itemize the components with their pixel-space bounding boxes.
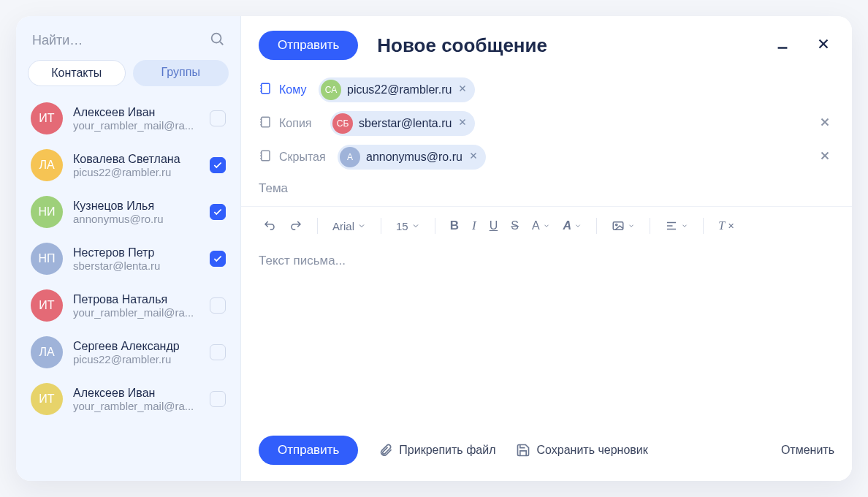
send-button-bottom[interactable]: Отправить — [259, 436, 358, 465]
contact-checkbox[interactable] — [210, 251, 226, 267]
search-input[interactable] — [32, 33, 202, 48]
contact-name: Алексеев Иван — [73, 387, 199, 400]
underline-icon[interactable]: U — [485, 216, 503, 235]
contact-avatar: ЛА — [31, 149, 63, 181]
bcc-chip-avatar: А — [340, 147, 360, 167]
contact-email: your_rambler_mail@ra... — [73, 400, 199, 412]
svg-point-28 — [616, 224, 617, 225]
undo-icon[interactable] — [259, 216, 281, 235]
contacts-sidebar: Контакты Группы ИТ Алексеев Иван your_ra… — [16, 16, 241, 481]
contact-avatar: ИТ — [31, 102, 63, 134]
contact-email: picus22@rambler.ru — [73, 353, 199, 365]
bcc-chip[interactable]: А annonymus@ro.ru — [338, 145, 486, 170]
svg-point-0 — [212, 34, 221, 43]
contact-checkbox[interactable] — [210, 297, 226, 314]
message-body[interactable]: Текст письма... — [241, 245, 852, 422]
italic-icon[interactable]: I — [468, 216, 481, 236]
minimize-icon[interactable] — [772, 33, 793, 58]
contact-row[interactable]: НИ Кузнецов Илья annonymus@ro.ru — [16, 189, 240, 235]
contact-name: Сергеев Александр — [73, 340, 199, 353]
cc-row: Копия СБ sberstar@lenta.ru — [241, 107, 852, 140]
contact-checkbox[interactable] — [210, 344, 226, 360]
svg-rect-19 — [262, 151, 270, 161]
svg-rect-5 — [262, 83, 270, 94]
contact-text: Кузнецов Илья annonymus@ro.ru — [73, 200, 199, 225]
sidebar-tabs: Контакты Группы — [16, 60, 240, 95]
attach-file-button[interactable]: Прикрепить файл — [378, 443, 495, 458]
bcc-row-remove-icon[interactable] — [818, 149, 834, 165]
insert-image-icon[interactable] — [607, 216, 639, 235]
text-color-icon[interactable]: A — [528, 216, 555, 235]
contact-name: Алексеев Иван — [73, 106, 199, 119]
address-book-icon[interactable] — [259, 115, 272, 132]
send-button-top[interactable]: Отправить — [259, 31, 358, 60]
to-chip-email: picus22@rambler.ru — [347, 83, 452, 96]
contact-email: your_rambler_mail@ra... — [73, 306, 199, 319]
svg-rect-11 — [262, 117, 270, 127]
contact-avatar: НИ — [31, 196, 63, 228]
compose-title: Новое сообщение — [377, 34, 753, 57]
search-row — [16, 16, 240, 60]
bcc-chip-email: annonymus@ro.ru — [366, 151, 462, 164]
address-book-icon[interactable] — [259, 149, 272, 165]
format-toolbar: Arial 15 B I U S A A — [241, 207, 852, 245]
to-chip-avatar: СА — [321, 80, 341, 100]
contact-checkbox[interactable] — [210, 204, 226, 220]
cc-label: Копия — [279, 117, 323, 130]
contact-checkbox[interactable] — [210, 110, 226, 126]
highlight-color-icon[interactable]: A — [559, 216, 587, 235]
contact-avatar: ИТ — [31, 289, 63, 322]
contact-list: ИТ Алексеев Иван your_rambler_mail@ra...… — [16, 95, 240, 481]
font-size-select[interactable]: 15 — [392, 217, 425, 235]
contact-row[interactable]: ИТ Алексеев Иван your_rambler_mail@ra... — [16, 95, 240, 142]
contact-text: Алексеев Иван your_rambler_mail@ra... — [73, 106, 199, 132]
cancel-button[interactable]: Отменить — [781, 444, 834, 457]
contact-name: Кузнецов Илья — [73, 200, 199, 213]
bold-icon[interactable]: B — [446, 216, 463, 236]
compose-window: Контакты Группы ИТ Алексеев Иван your_ra… — [16, 16, 852, 481]
cc-row-remove-icon[interactable] — [818, 115, 834, 132]
contact-row[interactable]: ИТ Петрова Наталья your_rambler_mail@ra.… — [16, 282, 240, 329]
contact-email: picus22@rambler.ru — [73, 166, 199, 178]
bcc-row: Скрытая А annonymus@ro.ru — [241, 140, 852, 174]
cc-chip-remove-icon[interactable] — [457, 117, 468, 130]
contact-text: Ковалева Светлана picus22@rambler.ru — [73, 153, 199, 178]
contact-avatar: ЛА — [31, 336, 63, 368]
align-icon[interactable] — [660, 216, 693, 235]
bcc-label: Скрытая — [279, 151, 330, 164]
contact-avatar: НП — [31, 243, 63, 275]
search-icon[interactable] — [209, 31, 225, 50]
contact-text: Нестеров Петр sberstar@lenta.ru — [73, 246, 199, 272]
close-icon[interactable] — [812, 33, 834, 58]
tab-groups[interactable]: Группы — [133, 60, 229, 86]
contact-checkbox[interactable] — [210, 391, 226, 407]
compose-panel: Отправить Новое сообщение Кому СА picus2… — [241, 16, 852, 481]
contact-email: sberstar@lenta.ru — [73, 259, 199, 272]
cc-chip[interactable]: СБ sberstar@lenta.ru — [330, 111, 475, 136]
cc-chip-email: sberstar@lenta.ru — [359, 117, 452, 130]
font-family-select[interactable]: Arial — [328, 217, 370, 235]
compose-footer: Отправить Прикрепить файл Сохранить черн… — [241, 422, 852, 481]
strikethrough-icon[interactable]: S — [506, 216, 523, 235]
contact-checkbox[interactable] — [210, 157, 226, 173]
contact-text: Петрова Наталья your_rambler_mail@ra... — [73, 293, 199, 319]
redo-icon[interactable] — [285, 216, 307, 235]
contact-row[interactable]: НП Нестеров Петр sberstar@lenta.ru — [16, 235, 240, 282]
to-chip[interactable]: СА picus22@rambler.ru — [319, 77, 475, 102]
contact-name: Нестеров Петр — [73, 246, 199, 259]
to-chip-remove-icon[interactable] — [457, 83, 468, 96]
to-label: Кому — [279, 83, 311, 96]
subject-input[interactable] — [259, 181, 834, 196]
contact-row[interactable]: ЛА Ковалева Светлана picus22@rambler.ru — [16, 142, 240, 189]
contact-text: Алексеев Иван your_rambler_mail@ra... — [73, 387, 199, 412]
save-draft-button[interactable]: Сохранить черновик — [516, 443, 647, 458]
contact-row[interactable]: ИТ Алексеев Иван your_rambler_mail@ra... — [16, 376, 240, 422]
clear-format-icon[interactable]: T✕ — [714, 216, 739, 235]
contact-row[interactable]: ЛА Сергеев Александр picus22@rambler.ru — [16, 329, 240, 376]
address-book-icon[interactable] — [259, 82, 272, 98]
contact-name: Петрова Наталья — [73, 293, 199, 306]
tab-contacts[interactable]: Контакты — [28, 60, 126, 86]
to-row: Кому СА picus22@rambler.ru — [241, 73, 852, 107]
contact-email: your_rambler_mail@ra... — [73, 119, 199, 132]
bcc-chip-remove-icon[interactable] — [468, 151, 479, 164]
